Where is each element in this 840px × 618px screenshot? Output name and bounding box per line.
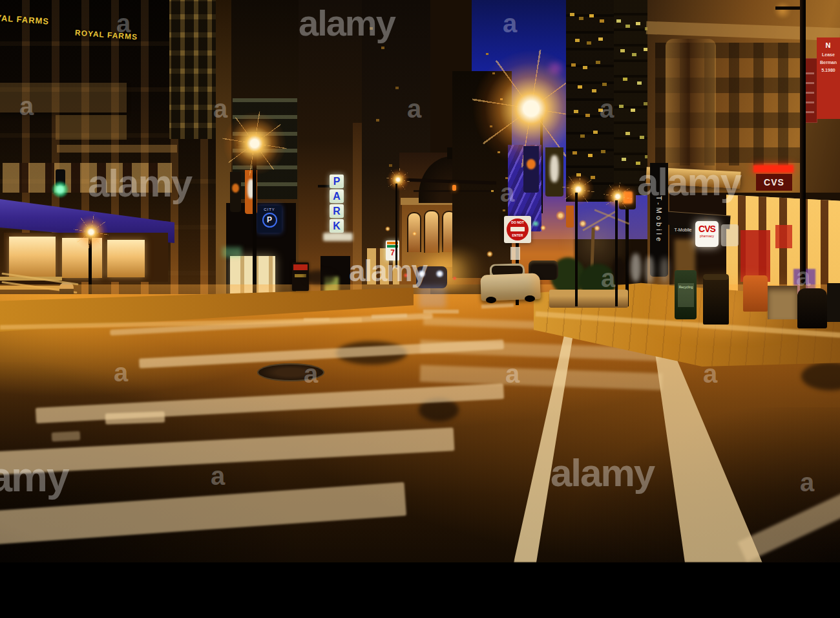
alamy-watermark: alamy — [637, 163, 740, 202]
alamy-watermark: alamy — [0, 456, 68, 498]
night-street-photo: ROYAL FARMS ROYAL FARMS CITY P P A R K 7 — [0, 0, 840, 562]
stock-photo-page: ROYAL FARMS ROYAL FARMS CITY P P A R K 7 — [0, 0, 840, 618]
watermark-letter: a — [600, 96, 614, 122]
watermark-letter: a — [116, 10, 131, 36]
watermark-letter: a — [304, 361, 318, 387]
alamy-watermark: alamy — [349, 256, 426, 286]
alamy-watermark: alamy — [88, 164, 191, 203]
watermark-letter: a — [407, 96, 421, 122]
alamy-footer-bar: alamy Image ID: EHT47W www.alamy.com — [0, 562, 840, 618]
watermark-letter: a — [601, 265, 615, 291]
watermark-letter: a — [703, 361, 717, 387]
alamy-watermark: alamy — [299, 5, 395, 41]
watermark-letter: a — [211, 463, 225, 489]
watermark-letter: a — [800, 469, 814, 495]
watermark-letter: a — [796, 264, 810, 290]
watermark-letter: a — [503, 10, 517, 36]
watermark-letter: a — [500, 180, 514, 206]
alamy-watermark: alamy — [551, 454, 654, 493]
watermark-letter: a — [19, 93, 34, 119]
watermark-letter: a — [213, 96, 227, 122]
watermark-letter: a — [114, 359, 128, 385]
watermark-letter: a — [505, 361, 520, 387]
